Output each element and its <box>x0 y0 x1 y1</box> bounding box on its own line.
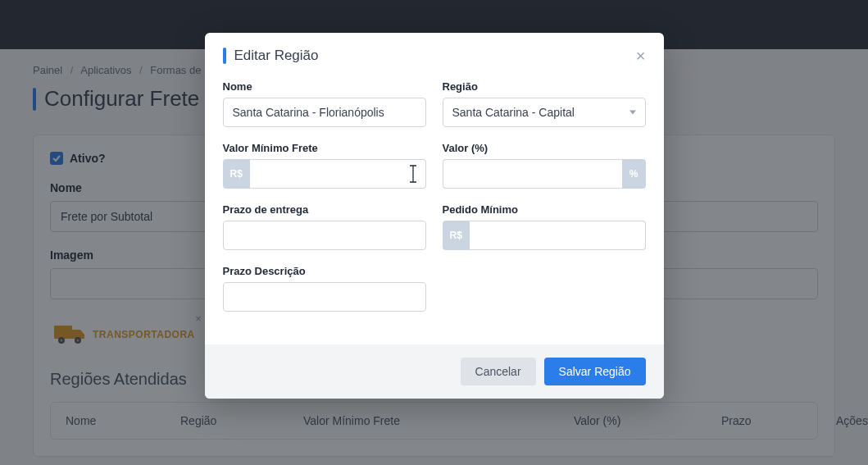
valor-pct-group: % <box>443 159 646 189</box>
modal-regiao-select[interactable] <box>443 98 646 127</box>
modal-nome-input[interactable] <box>223 98 426 127</box>
modal-valor-pct-label: Valor (%) <box>443 142 646 154</box>
modal-regiao-value[interactable] <box>443 98 646 127</box>
pedido-minimo-group: R$ <box>443 221 646 250</box>
modal-regiao-label: Região <box>443 80 646 93</box>
cancel-button[interactable]: Cancelar <box>461 358 536 385</box>
pct-suffix: % <box>622 159 646 189</box>
modal-nome-label: Nome <box>223 80 426 93</box>
valor-minimo-group: R$ <box>223 159 426 189</box>
text-cursor-icon <box>408 165 418 183</box>
modal-prazo-descricao-input[interactable] <box>223 282 426 312</box>
modal-title-text: Editar Região <box>234 48 319 64</box>
edit-region-modal: Editar Região × Nome Região Valor <box>205 33 664 399</box>
modal-header: Editar Região × <box>205 33 664 74</box>
modal-body: Nome Região Valor Mínimo Frete R$ <box>205 74 664 344</box>
modal-valor-minimo-input[interactable] <box>250 159 426 189</box>
modal-title: Editar Região <box>223 48 319 64</box>
modal-pedido-minimo-label: Pedido Mínimo <box>443 203 646 216</box>
modal-pedido-minimo-input[interactable] <box>470 221 646 250</box>
modal-overlay: Editar Região × Nome Região Valor <box>0 0 868 465</box>
save-region-button[interactable]: Salvar Região <box>544 358 646 385</box>
modal-valor-pct-input[interactable] <box>443 159 622 189</box>
rs-prefix: R$ <box>223 159 250 189</box>
modal-prazo-entrega-input[interactable] <box>223 221 426 250</box>
modal-prazo-entrega-label: Prazo de entrega <box>223 203 426 216</box>
modal-valor-minimo-label: Valor Mínimo Frete <box>223 142 426 154</box>
close-icon[interactable]: × <box>636 48 646 64</box>
modal-prazo-descricao-label: Prazo Descrição <box>223 265 426 277</box>
rs-prefix-2: R$ <box>443 221 470 250</box>
modal-footer: Cancelar Salvar Região <box>205 344 664 399</box>
